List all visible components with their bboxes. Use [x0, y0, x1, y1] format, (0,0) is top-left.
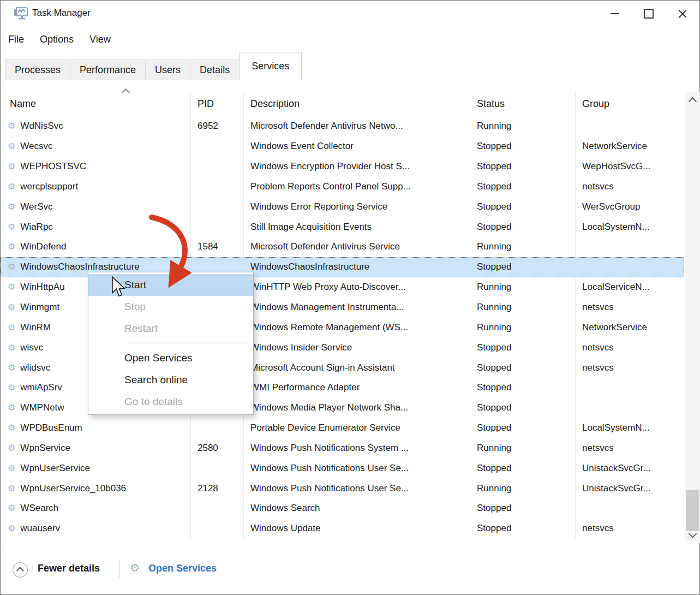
cell-group: netsvcs [575, 523, 684, 534]
open-services-link[interactable]: Open Services [148, 563, 217, 574]
menu-view[interactable]: View [89, 34, 111, 45]
cell-status: Stopped [470, 181, 575, 192]
cell-description: Windows Encryption Provider Host S... [243, 161, 470, 172]
table-row[interactable]: ⚙wercplsupportProblem Reports Control Pa… [1, 177, 684, 197]
service-name: WindowsChaosInfrastructure [20, 261, 139, 272]
cell-status: Stopped [470, 201, 575, 212]
table-row[interactable]: ⚙WinDefend1584Microsoft Defender Antivir… [1, 237, 684, 257]
menu-separator [124, 343, 248, 343]
cell-name: ⚙WdNisSvc [1, 121, 190, 132]
column-header-status[interactable]: Status [470, 92, 575, 116]
column-header-name[interactable]: Name [1, 92, 190, 116]
service-name: WinDefend [20, 241, 66, 252]
column-header-pid[interactable]: PID [190, 92, 243, 116]
cell-status: Running [470, 322, 575, 333]
menu-options[interactable]: Options [40, 34, 74, 45]
cell-pid: 2128 [190, 483, 243, 494]
tab-services[interactable]: Services [239, 52, 302, 80]
fewer-details-toggle[interactable] [13, 562, 28, 578]
cell-name: ⚙WinDefend [1, 241, 190, 252]
cell-description: Windows Push Notifications User Se... [243, 483, 470, 494]
footer-bar: Fewer details ⚙ Open Services [1, 545, 699, 594]
table-row[interactable]: ⚙wuauservWindows UpdateStoppednetsvcs [1, 519, 684, 539]
context-menu-item-start[interactable]: Start [88, 274, 253, 296]
cell-status: Stopped [470, 382, 575, 393]
chevron-up-icon [688, 97, 697, 106]
cell-status: Running [470, 282, 575, 293]
cell-group: WerSvcGroup [575, 201, 684, 212]
table-row[interactable]: ⚙WSearchWindows SearchStopped [1, 498, 684, 519]
cell-description: Microsoft Defender Antivirus Service [243, 241, 470, 252]
service-name: WpnService [20, 443, 70, 454]
cell-group: netsvcs [575, 443, 684, 454]
context-menu-item-search-online[interactable]: Search online [88, 369, 253, 391]
context-menu-item-open-services[interactable]: Open Services [88, 347, 253, 369]
table-row[interactable]: ⚙WPDBusEnumPortable Device Enumerator Se… [1, 418, 684, 438]
gear-icon: ⚙ [8, 444, 15, 453]
cell-description: Windows Error Reporting Service [243, 201, 470, 212]
tab-users[interactable]: Users [145, 59, 190, 80]
service-name: wlidsvc [20, 362, 50, 373]
tab-strip: ProcessesPerformanceUsersDetailsServices [5, 52, 302, 80]
table-row[interactable]: ⚙WpnUserServiceWindows Push Notification… [1, 458, 684, 478]
cell-description: Windows Push Notifications User Se... [243, 463, 470, 474]
menu-file[interactable]: File [8, 34, 24, 45]
service-name: WinRM [20, 322, 51, 333]
service-name: WPDBusEnum [20, 423, 82, 433]
cell-status: Stopped [470, 141, 575, 152]
cell-description: WinHTTP Web Proxy Auto-Discover... [243, 282, 470, 293]
table-row[interactable]: ⚙WpnUserService_10b0362128Windows Push N… [1, 478, 684, 498]
gear-icon: ⚙ [8, 364, 15, 372]
scrollbar-thumb[interactable] [686, 490, 699, 531]
column-header-group[interactable]: Group [575, 92, 684, 116]
service-name: WSearch [20, 503, 58, 514]
cell-group: netsvcs [575, 302, 684, 313]
cell-pid: 6952 [190, 121, 243, 132]
cell-name: ⚙WSearch [1, 503, 190, 514]
table-row[interactable]: ⚙WerSvcWindows Error Reporting ServiceSt… [1, 197, 684, 217]
window-title: Task Manager [32, 8, 91, 19]
table-row[interactable]: ⚙WiaRpcStill Image Acquisition EventsSto… [1, 217, 684, 237]
cell-name: ⚙wuauserv [1, 523, 190, 534]
cell-group: NetworkService [575, 322, 684, 333]
service-name: WpnUserService [20, 463, 90, 474]
chevron-down-icon [688, 529, 697, 538]
close-button[interactable] [666, 1, 699, 27]
cell-status: Stopped [470, 523, 575, 534]
cell-group: NetworkService [575, 141, 684, 152]
scroll-down-button[interactable] [685, 527, 700, 542]
table-row[interactable]: ⚙WecsvcWindows Event CollectorStoppedNet… [1, 136, 684, 157]
tab-processes[interactable]: Processes [5, 59, 70, 80]
maximize-icon [644, 9, 654, 19]
gear-icon: ⚙ [8, 122, 15, 130]
cell-pid: 1584 [190, 241, 243, 252]
chevron-up-icon [16, 567, 24, 574]
column-header-description[interactable]: Description [243, 92, 470, 116]
table-row[interactable]: ⚙WEPHOSTSVCWindows Encryption Provider H… [1, 157, 684, 177]
gear-icon: ⚙ [8, 223, 15, 231]
cell-status: Stopped [470, 463, 575, 474]
cell-description: Windows Event Collector [243, 141, 470, 152]
table-row[interactable]: ⚙WdNisSvc6952Microsoft Defender Antiviru… [1, 116, 684, 136]
gear-icon: ⚙ [8, 142, 15, 151]
cell-status: Stopped [470, 423, 575, 433]
cell-name: ⚙Wecsvc [1, 141, 190, 152]
context-menu-item-stop: Stop [88, 296, 253, 318]
fewer-details-label[interactable]: Fewer details [38, 563, 100, 574]
gear-icon: ⚙ [8, 504, 15, 513]
cell-name: ⚙WindowsChaosInfrastructure [1, 261, 190, 272]
cell-status: Stopped [470, 503, 575, 514]
gear-icon: ⚙ [8, 263, 15, 271]
cell-status: Running [470, 483, 575, 494]
gear-icon: ⚙ [8, 424, 15, 432]
cell-group: netsvcs [575, 362, 684, 373]
table-row[interactable]: ⚙WpnService2580Windows Push Notification… [1, 438, 684, 459]
vertical-scrollbar[interactable] [685, 92, 700, 543]
scroll-up-button[interactable] [685, 93, 700, 108]
minimize-button[interactable] [598, 1, 632, 27]
tab-performance[interactable]: Performance [70, 59, 146, 80]
tab-details[interactable]: Details [190, 59, 240, 80]
gear-icon: ⚙ [8, 162, 15, 171]
service-name: WdNisSvc [20, 121, 63, 132]
maximize-button[interactable] [632, 1, 666, 27]
